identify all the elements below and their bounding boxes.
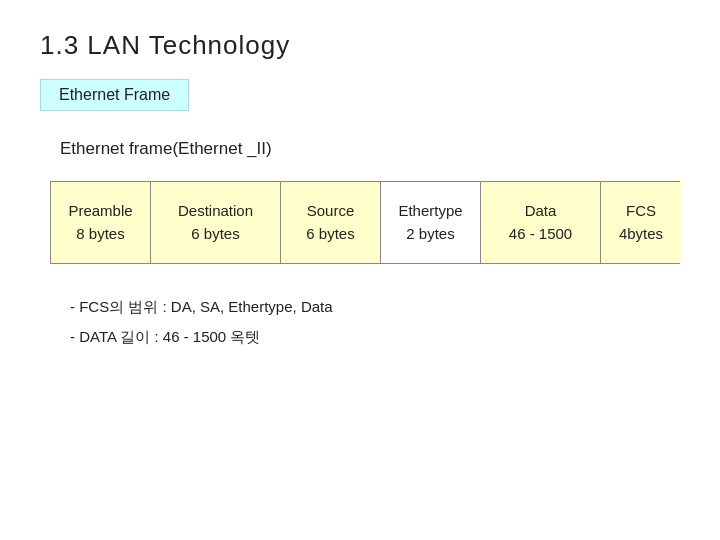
frame-cell-data: Data 46 - 1500 <box>481 182 601 263</box>
fcs-bytes: 4bytes <box>619 223 663 246</box>
main-title: 1.3 LAN Technology <box>40 30 680 61</box>
frame-table: Preamble 8 bytes Destination 6 bytes Sou… <box>50 181 680 264</box>
section-badge: Ethernet Frame <box>40 79 189 111</box>
data-bytes: 46 - 1500 <box>509 223 572 246</box>
notes-section: - FCS의 범위 : DA, SA, Ethertype, Data - DA… <box>70 292 680 352</box>
page: 1.3 LAN Technology Ethernet Frame Ethern… <box>0 0 720 540</box>
ethertype-bytes: 2 bytes <box>406 223 454 246</box>
frame-cell-fcs: FCS 4bytes <box>601 182 681 263</box>
note-line-2: - DATA 길이 : 46 - 1500 옥텟 <box>70 322 680 352</box>
note-line-1: - FCS의 범위 : DA, SA, Ethertype, Data <box>70 292 680 322</box>
subtitle: Ethernet frame(Ethernet _II) <box>60 139 680 159</box>
data-label: Data <box>525 200 557 223</box>
frame-cell-source: Source 6 bytes <box>281 182 381 263</box>
destination-label: Destination <box>178 200 253 223</box>
frame-cell-preamble: Preamble 8 bytes <box>51 182 151 263</box>
source-bytes: 6 bytes <box>306 223 354 246</box>
preamble-bytes: 8 bytes <box>76 223 124 246</box>
ethertype-label: Ethertype <box>398 200 462 223</box>
source-label: Source <box>307 200 355 223</box>
destination-bytes: 6 bytes <box>191 223 239 246</box>
fcs-label: FCS <box>626 200 656 223</box>
frame-cell-destination: Destination 6 bytes <box>151 182 281 263</box>
preamble-label: Preamble <box>68 200 132 223</box>
frame-cell-ethertype: Ethertype 2 bytes <box>381 182 481 263</box>
